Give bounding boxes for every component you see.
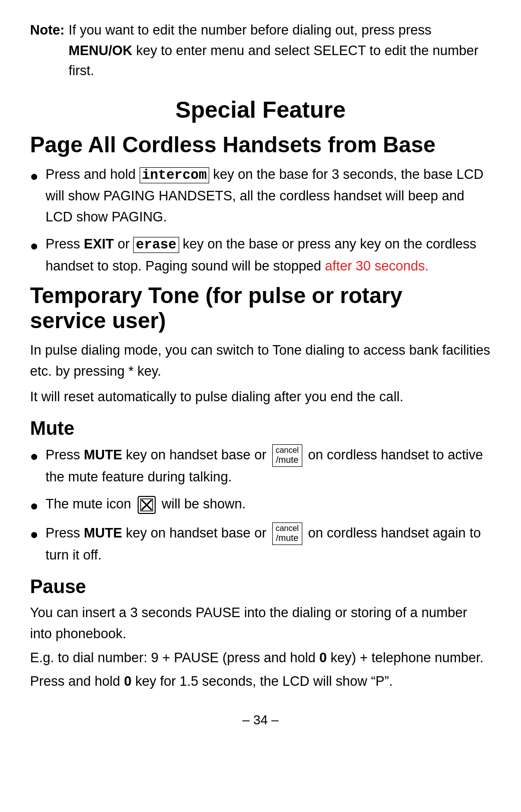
mute-bullet-3: Press MUTE key on handset base or cancel… (46, 522, 491, 566)
temp-tone-heading: Temporary Tone (for pulse or rotary serv… (30, 283, 491, 333)
bullet-dot: ● (30, 523, 39, 545)
list-item: ● The mute icon will be shown. (30, 494, 491, 516)
special-feature-title: Special Feature (30, 96, 491, 123)
mute-key-1: MUTE (84, 447, 122, 462)
cancel-text: cancel (276, 445, 299, 455)
cancel-mute-badge-2: cancel /mute (272, 522, 302, 545)
exit-key: EXIT (84, 236, 114, 251)
erase-key: erase (133, 237, 179, 253)
red-text: after 30 seconds. (325, 258, 428, 274)
temp-tone-heading-1: Temporary Tone (for pulse or rotary (30, 283, 402, 308)
note-label: Note: (30, 20, 65, 81)
cancel-text-2: cancel (276, 523, 299, 533)
mute-bullet-list: ● Press MUTE key on handset base or canc… (30, 444, 491, 566)
list-item: ● Press MUTE key on handset base or canc… (30, 522, 491, 566)
note-menuok-key: MENU/OK (69, 43, 133, 58)
temp-tone-body-2: It will reset automatically to pulse dia… (30, 387, 491, 408)
pause-heading: Pause (30, 576, 491, 598)
list-item: ● Press EXIT or erase key on the base or… (30, 234, 491, 277)
intercom-key: intercom (140, 167, 210, 183)
bullet-1-text: Press and hold intercom key on the base … (46, 164, 491, 228)
pause-body-2: E.g. to dial number: 9 + PAUSE (press an… (30, 648, 491, 669)
note-text-1: If you want to edit the number before di… (69, 23, 394, 38)
pause-body-3: Press and hold 0 key for 1.5 seconds, th… (30, 671, 491, 692)
page-all-bullet-list: ● Press and hold intercom key on the bas… (30, 164, 491, 277)
pause-body-1: You can insert a 3 seconds PAUSE into th… (30, 603, 491, 645)
note-text: If you want to edit the number before di… (69, 20, 491, 81)
mute-text-2: /mute (276, 533, 298, 544)
mute-icon-box (138, 496, 156, 514)
bullet-2-text: Press EXIT or erase key on the base or p… (46, 234, 491, 277)
list-item: ● Press and hold intercom key on the bas… (30, 164, 491, 228)
list-item: ● Press MUTE key on handset base or canc… (30, 444, 491, 488)
pause-key-0b: 0 (124, 674, 132, 689)
mute-bullet-2: The mute icon will be shown. (46, 494, 246, 515)
temp-tone-heading-2: service user) (30, 308, 166, 333)
pause-key-0: 0 (319, 650, 327, 665)
bullet-dot: ● (30, 235, 39, 256)
mute-key-2: MUTE (84, 525, 122, 540)
cancel-mute-badge-1: cancel /mute (272, 444, 302, 467)
temp-tone-body-1: In pulse dialing mode, you can switch to… (30, 340, 491, 382)
note-block: Note: If you want to edit the number bef… (30, 20, 491, 81)
pause-section: You can insert a 3 seconds PAUSE into th… (30, 603, 491, 692)
bullet-dot: ● (30, 495, 39, 516)
page-all-heading: Page All Cordless Handsets from Base (30, 132, 491, 157)
mute-text: /mute (276, 455, 298, 466)
page-number: – 34 – (30, 712, 491, 728)
mute-bullet-1: Press MUTE key on handset base or cancel… (46, 444, 491, 488)
bullet-dot: ● (30, 165, 39, 187)
mute-heading: Mute (30, 418, 491, 439)
mute-icon (140, 498, 153, 511)
bullet-dot: ● (30, 445, 39, 467)
